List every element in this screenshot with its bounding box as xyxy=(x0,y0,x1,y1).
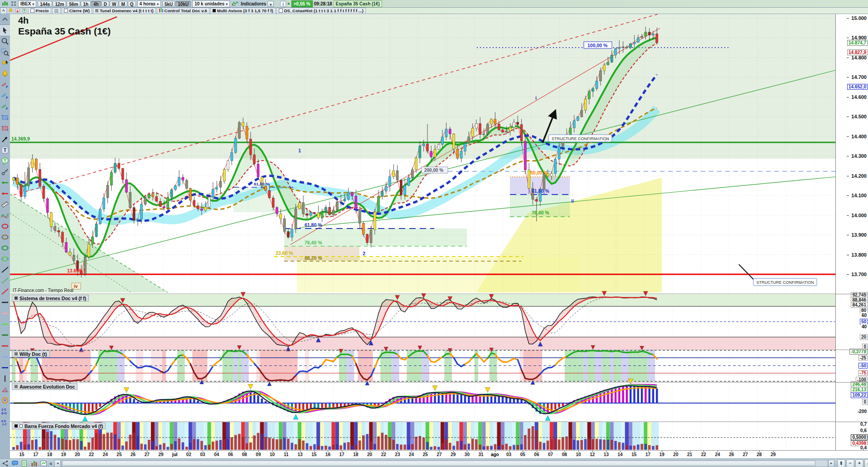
hline-lightgreen-icon[interactable] xyxy=(0,319,10,330)
fib-numbers-icon[interactable]: 3·58+2 xyxy=(0,406,10,417)
indicators-caret-button[interactable]: ▾ xyxy=(267,1,274,7)
indicator-chip-4[interactable]: Multi Avisos (3 f 3 1,5 70 f f) xyxy=(210,8,276,14)
checkbox-icon[interactable] xyxy=(30,9,34,13)
fib-line-3-icon[interactable]: F xyxy=(0,101,10,112)
vline-icon[interactable] xyxy=(0,373,10,384)
timeframe-button-144s[interactable]: 144s xyxy=(38,1,52,7)
collapse-icon[interactable] xyxy=(0,14,10,25)
alarm-bell-icon[interactable] xyxy=(8,8,14,14)
timeframe-button-W[interactable]: W xyxy=(110,1,118,7)
pattern-icon[interactable] xyxy=(0,210,10,221)
scroll-right-button[interactable]: ▸ xyxy=(828,460,834,467)
scrollbar-thumb[interactable] xyxy=(62,461,815,466)
alarm-icon[interactable] xyxy=(0,68,10,79)
abc-pattern-icon[interactable]: a bc↗ xyxy=(0,417,10,428)
ellipse-brown-icon[interactable] xyxy=(0,232,10,243)
pin-red-icon[interactable] xyxy=(0,188,10,199)
unit-button-10kU[interactable]: 10kU xyxy=(175,1,191,7)
zoom-icon[interactable] xyxy=(0,36,10,47)
indicators-button[interactable]: Indicadores xyxy=(241,1,266,6)
horizontal-scrollbar[interactable] xyxy=(61,460,828,467)
segment-green-icon[interactable] xyxy=(0,275,10,286)
hline-black-icon[interactable] xyxy=(0,297,10,308)
unit-button-5kU[interactable]: 5kU xyxy=(162,1,175,7)
panel-header-barra-fuerza[interactable]: Barra Fuerza Fondo Mercado v4 (f) xyxy=(12,423,106,429)
panel-header-willy-doc[interactable]: Willy Doc (t) xyxy=(12,350,50,357)
timeframe-button-D[interactable]: D xyxy=(102,1,109,7)
vertical-zoom-icon[interactable]: ⇕ xyxy=(837,459,845,467)
indicator-chip-1[interactable]: Cierre (W) xyxy=(62,8,92,14)
date-label: 22 xyxy=(89,452,94,457)
price-chart[interactable]: 200,00 %100,00 %50,00 %61,80 %76,40 %61,… xyxy=(10,14,835,450)
panel-header-awesome-evolution[interactable]: Awesome Evolution Doc xyxy=(12,383,78,390)
note-bubble-icon[interactable]: T xyxy=(0,156,10,166)
comment-icon[interactable] xyxy=(11,460,19,467)
units-dropdown[interactable]: 10 k unidades ▾ xyxy=(192,0,230,7)
panel-header-sistema-trenes[interactable]: Sistema de trenes Doc v4 (f f) xyxy=(12,295,89,302)
zoom-area-icon[interactable] xyxy=(0,47,10,58)
circle-orange-icon[interactable]: + xyxy=(0,395,10,406)
alarm-down-icon[interactable] xyxy=(15,8,20,14)
timeframe-button-56m[interactable]: 56m xyxy=(67,1,80,7)
hline-darkgreen-icon[interactable] xyxy=(0,330,10,341)
zoom-out-icon[interactable]: − xyxy=(846,459,854,467)
export-file-icon[interactable] xyxy=(20,460,29,467)
date-axis[interactable]: 1517181920222425262729jul020304060809101… xyxy=(10,450,868,459)
indicator-chip-0[interactable]: Precio xyxy=(28,8,51,14)
layout-grid-icon[interactable] xyxy=(10,0,17,7)
rect-blue-icon[interactable] xyxy=(0,112,10,123)
key-icon[interactable] xyxy=(0,166,10,177)
date-tick xyxy=(773,451,774,452)
date-label: 07 xyxy=(548,452,553,457)
segment-black-icon[interactable] xyxy=(0,264,10,275)
indicator-chip-5[interactable]: DS_CotasHist (1 t t t 3 1 1 f f t f f f … xyxy=(276,8,366,14)
pin-green-icon[interactable] xyxy=(0,177,10,188)
timeframe-button-12m[interactable]: 12m xyxy=(53,1,66,7)
fib-line-1-icon[interactable]: F xyxy=(0,79,10,90)
timeframe-button-M[interactable]: M xyxy=(119,1,127,7)
zoom-in-icon[interactable]: + xyxy=(855,459,863,467)
ellipse-green-icon[interactable] xyxy=(0,243,10,253)
timeframe-button-1h[interactable]: 1h xyxy=(81,1,91,7)
alarm-up-icon[interactable] xyxy=(21,8,27,14)
date-label: 13 xyxy=(297,452,302,457)
collapse-toolbar-button[interactable]: ^ xyxy=(0,8,7,14)
timeframe-button-4h[interactable]: 4h xyxy=(91,1,101,7)
ellipse-red-icon[interactable] xyxy=(0,221,10,232)
auto-scroll-icon[interactable]: ⇣ xyxy=(864,459,868,467)
segment-red-icon[interactable] xyxy=(0,286,10,297)
change-badge: +0,55 % xyxy=(291,0,313,7)
share-icon[interactable] xyxy=(1,460,10,467)
checkbox-icon[interactable] xyxy=(64,9,68,13)
compare-bars-icon[interactable] xyxy=(30,460,38,467)
rect-red-icon[interactable] xyxy=(0,123,10,134)
square-icon xyxy=(213,9,216,12)
checkbox-icon[interactable] xyxy=(279,9,283,13)
info-icon[interactable]: i xyxy=(280,1,286,7)
new-chart-icon[interactable] xyxy=(39,460,48,467)
timeframe-button-Q[interactable]: Q xyxy=(128,1,136,7)
ruler-icon[interactable] xyxy=(0,199,10,210)
period-dropdown[interactable]: 4 horas ▾ xyxy=(137,0,161,7)
angle-icon[interactable]: α xyxy=(0,384,10,395)
alarm-pointer-icon[interactable] xyxy=(0,58,10,68)
trend-arrow-icon[interactable] xyxy=(0,134,10,145)
date-label: 29 xyxy=(158,452,163,457)
text-icon[interactable]: T xyxy=(0,145,10,156)
fib-line-2-icon[interactable]: F xyxy=(0,90,10,101)
list-icon-chip[interactable] xyxy=(52,8,61,14)
hline-darkblue-icon[interactable] xyxy=(0,362,10,373)
instrument-selector[interactable]: IBEX ▾ xyxy=(18,0,36,7)
hline-pink-icon[interactable] xyxy=(0,308,10,319)
hline-lightblue-icon[interactable] xyxy=(0,351,10,362)
cursor-icon[interactable] xyxy=(0,25,10,36)
hline-red-icon[interactable] xyxy=(0,341,10,351)
indicator-chip-2[interactable]: Tunel Domenec v4 (t t t t t) xyxy=(93,8,156,14)
collapse-scroll-button[interactable]: « xyxy=(49,461,52,466)
scroll-left-button[interactable]: ◂ xyxy=(54,460,61,467)
timeframe-buttons: 144s12m56m1h4hDWMQ xyxy=(38,1,136,7)
indicator-chip-3[interactable]: Control Total Doc v.6 xyxy=(157,8,209,14)
price-axis[interactable]: 15.00014.90014.80014.70014.60014.50014.4… xyxy=(835,14,868,450)
svg-text:1: 1 xyxy=(298,148,301,153)
ellipse-green2-icon[interactable] xyxy=(0,253,10,264)
